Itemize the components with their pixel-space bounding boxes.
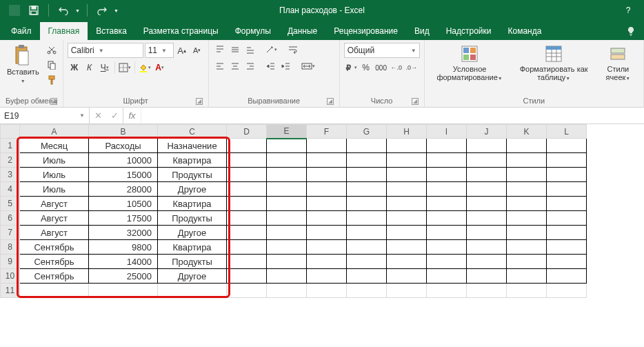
- cell[interactable]: [267, 255, 307, 269]
- cell[interactable]: [547, 284, 587, 298]
- cell[interactable]: Сентябрь: [20, 240, 89, 255]
- col-header[interactable]: K: [507, 125, 547, 139]
- cell[interactable]: [387, 211, 427, 226]
- row-header[interactable]: 3: [1, 168, 20, 182]
- cell[interactable]: [307, 269, 347, 284]
- cell[interactable]: Сентябрь: [20, 255, 89, 269]
- row-header[interactable]: 2: [1, 153, 20, 168]
- cell[interactable]: [307, 168, 347, 182]
- copy-icon[interactable]: [45, 58, 59, 72]
- cell[interactable]: [427, 269, 467, 284]
- cell[interactable]: [387, 168, 427, 182]
- cell[interactable]: 28000: [89, 182, 158, 197]
- col-header[interactable]: G: [347, 125, 387, 139]
- cell[interactable]: [547, 269, 587, 284]
- cell[interactable]: Июль: [20, 153, 89, 168]
- cell[interactable]: Месяц: [20, 139, 89, 153]
- col-header[interactable]: A: [20, 125, 89, 139]
- cell[interactable]: [547, 139, 587, 153]
- cell[interactable]: Продукты: [158, 168, 227, 182]
- cell[interactable]: [547, 182, 587, 197]
- cell[interactable]: [227, 153, 267, 168]
- cell[interactable]: [507, 211, 547, 226]
- cell[interactable]: [387, 197, 427, 211]
- cell[interactable]: [227, 284, 267, 298]
- underline-button[interactable]: Ч▾: [98, 61, 112, 75]
- cell[interactable]: [427, 284, 467, 298]
- font-size-combo[interactable]: 11▼: [145, 43, 174, 58]
- help-icon[interactable]: ?: [612, 0, 644, 21]
- tab-insert[interactable]: Вставка: [88, 22, 135, 40]
- cell[interactable]: Квартира: [158, 153, 227, 168]
- row-header[interactable]: 7: [1, 226, 20, 240]
- tab-home[interactable]: Главная: [40, 22, 88, 40]
- cell[interactable]: [307, 139, 347, 153]
- undo-icon[interactable]: [56, 3, 71, 18]
- cell[interactable]: [467, 153, 507, 168]
- select-all-corner[interactable]: [1, 125, 20, 139]
- row-header[interactable]: 6: [1, 211, 20, 226]
- cell[interactable]: [547, 240, 587, 255]
- cell[interactable]: [347, 168, 387, 182]
- number-format-combo[interactable]: Общий▼: [344, 43, 420, 58]
- format-as-table-button[interactable]: Форматировать как таблицу▼: [512, 43, 596, 83]
- decrease-indent-icon[interactable]: [264, 59, 278, 73]
- align-center-icon[interactable]: [228, 59, 242, 73]
- cell[interactable]: [507, 168, 547, 182]
- row-header[interactable]: 8: [1, 240, 20, 255]
- col-header[interactable]: L: [547, 125, 587, 139]
- cell[interactable]: Расходы: [89, 139, 158, 153]
- cell[interactable]: [307, 197, 347, 211]
- merge-icon[interactable]: ▾: [301, 59, 315, 73]
- percent-icon[interactable]: %: [359, 61, 373, 75]
- save-icon[interactable]: [26, 3, 41, 18]
- tab-file[interactable]: Файл: [3, 22, 40, 40]
- cell[interactable]: [507, 240, 547, 255]
- cell[interactable]: Август: [20, 211, 89, 226]
- cell[interactable]: [267, 240, 307, 255]
- cell[interactable]: Август: [20, 197, 89, 211]
- cell[interactable]: [387, 240, 427, 255]
- col-header[interactable]: B: [89, 125, 158, 139]
- cell[interactable]: [347, 240, 387, 255]
- cell[interactable]: [507, 197, 547, 211]
- cell[interactable]: 14000: [89, 255, 158, 269]
- cell[interactable]: [267, 226, 307, 240]
- cell[interactable]: [347, 284, 387, 298]
- cell[interactable]: [387, 284, 427, 298]
- cell[interactable]: [467, 197, 507, 211]
- increase-font-icon[interactable]: A▴: [175, 43, 189, 57]
- cell[interactable]: [347, 139, 387, 153]
- cell[interactable]: [267, 139, 307, 153]
- cell[interactable]: [467, 211, 507, 226]
- cell[interactable]: [467, 226, 507, 240]
- fx-icon[interactable]: fx: [123, 108, 141, 123]
- cell[interactable]: [547, 211, 587, 226]
- cell[interactable]: [347, 226, 387, 240]
- cell[interactable]: [427, 255, 467, 269]
- cell[interactable]: [387, 255, 427, 269]
- cell[interactable]: [467, 240, 507, 255]
- row-header[interactable]: 1: [1, 139, 20, 153]
- accounting-icon[interactable]: ₽▾: [344, 61, 358, 75]
- cell[interactable]: [227, 139, 267, 153]
- cell[interactable]: Другое: [158, 182, 227, 197]
- cell[interactable]: [387, 153, 427, 168]
- cell[interactable]: 10500: [89, 197, 158, 211]
- cell[interactable]: [507, 284, 547, 298]
- cell[interactable]: [427, 168, 467, 182]
- cell[interactable]: [347, 269, 387, 284]
- font-color-icon[interactable]: A▾: [153, 61, 167, 75]
- cell[interactable]: [267, 211, 307, 226]
- wrap-text-icon[interactable]: [286, 43, 300, 57]
- font-name-combo[interactable]: Calibri▼: [68, 43, 143, 58]
- decrease-decimal-icon[interactable]: .0→: [405, 61, 419, 75]
- cell[interactable]: [427, 240, 467, 255]
- cell[interactable]: [547, 153, 587, 168]
- tab-formulas[interactable]: Формулы: [227, 22, 279, 40]
- cell[interactable]: [467, 168, 507, 182]
- row-header[interactable]: 10: [1, 269, 20, 284]
- italic-button[interactable]: К: [83, 61, 97, 75]
- cell[interactable]: [507, 182, 547, 197]
- decrease-font-icon[interactable]: A▾: [190, 43, 204, 57]
